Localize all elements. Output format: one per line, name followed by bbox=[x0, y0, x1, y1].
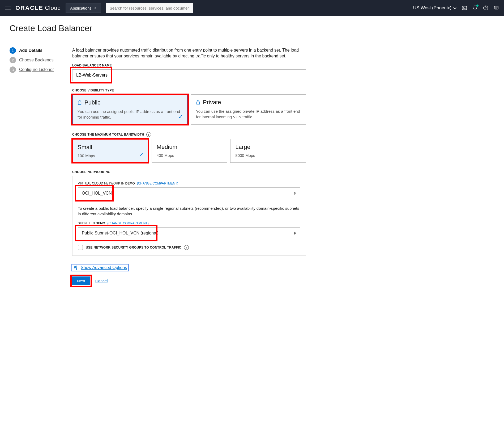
networking-panel: VIRTUAL CLOUD NETWORK IN DEMO (CHANGE CO… bbox=[72, 176, 306, 256]
visibility-public-desc: You can use the assigned public IP addre… bbox=[78, 109, 182, 120]
page-title: Create Load Balancer bbox=[0, 16, 504, 41]
svg-rect-4 bbox=[494, 6, 498, 9]
bandwidth-label: CHOOSE THE MAXIMUM TOTAL BANDWIDTH i bbox=[72, 132, 306, 137]
visibility-public-title: Public bbox=[84, 99, 100, 106]
sliders-icon bbox=[73, 265, 78, 270]
svg-rect-7 bbox=[78, 102, 81, 104]
wizard-steps: 1 Add Details 2 Choose Backends 3 Config… bbox=[10, 47, 63, 285]
step-label: Add Details bbox=[19, 48, 42, 53]
show-advanced-options-link[interactable]: Show Advanced Options bbox=[81, 265, 127, 270]
nsg-checkbox[interactable] bbox=[78, 245, 83, 250]
advanced-options-row: Show Advanced Options bbox=[72, 265, 306, 271]
step-number: 1 bbox=[10, 47, 16, 54]
networking-section: CHOOSE NETWORKING VIRTUAL CLOUD NETWORK … bbox=[72, 170, 306, 256]
lock-icon bbox=[196, 100, 200, 105]
lb-name-input[interactable] bbox=[72, 69, 306, 81]
notification-dot bbox=[476, 5, 479, 7]
load-balancer-name-section: LOAD BALANCER NAME bbox=[72, 64, 306, 81]
bw-small-title: Small bbox=[78, 144, 143, 151]
next-button[interactable]: Next bbox=[72, 276, 90, 285]
vcn-label: VIRTUAL CLOUD NETWORK IN DEMO (CHANGE CO… bbox=[78, 182, 300, 185]
svg-point-12 bbox=[74, 267, 75, 268]
bw-small-sub: 100 Mbps bbox=[78, 153, 143, 158]
chevron-down-icon bbox=[453, 7, 457, 9]
logo-oracle: ORACLE bbox=[15, 5, 43, 11]
vcn-value: OCI_HOL_VCN bbox=[82, 191, 112, 196]
step-choose-backends[interactable]: 2 Choose Backends bbox=[10, 57, 63, 63]
select-arrows-icon: ▲▼ bbox=[293, 191, 296, 195]
oracle-cloud-logo: ORACLE Cloud bbox=[15, 5, 61, 11]
help-icon[interactable] bbox=[483, 5, 489, 11]
subnet-select[interactable]: Public Subnet-OCI_HOL_VCN (regional) ▲▼ bbox=[78, 227, 300, 239]
subnet-description: To create a public load balancer, specif… bbox=[78, 205, 300, 217]
visibility-private-desc: You can use the assigned private IP addr… bbox=[196, 108, 301, 120]
subnet-value: Public Subnet-OCI_HOL_VCN (regional) bbox=[82, 231, 159, 236]
form-area: A load balancer provides automated traff… bbox=[72, 47, 306, 285]
bandwidth-large-card[interactable]: Large 8000 Mbps bbox=[230, 139, 306, 163]
visibility-private-card[interactable]: Private You can use the assigned private… bbox=[191, 94, 306, 125]
select-arrows-icon: ▲▼ bbox=[293, 231, 296, 235]
check-icon: ✓ bbox=[139, 152, 144, 158]
unlock-icon bbox=[78, 100, 82, 105]
svg-point-3 bbox=[485, 9, 486, 9]
visibility-private-title: Private bbox=[203, 99, 221, 106]
visibility-label: CHOOSE VISIBILITY TYPE bbox=[72, 89, 306, 92]
bw-medium-sub: 400 Mbps bbox=[157, 153, 222, 158]
applications-label: Applications bbox=[70, 6, 92, 10]
region-selector[interactable]: US West (Phoenix) bbox=[413, 5, 457, 11]
top-header: ORACLE Cloud Applications US West (Phoen… bbox=[0, 0, 504, 16]
visibility-section: CHOOSE VISIBILITY TYPE Public You can us… bbox=[72, 89, 306, 125]
bandwidth-section: CHOOSE THE MAXIMUM TOTAL BANDWIDTH i Sma… bbox=[72, 132, 306, 163]
step-number: 2 bbox=[10, 57, 16, 63]
intro-text: A load balancer provides automated traff… bbox=[72, 47, 306, 59]
svg-rect-8 bbox=[197, 102, 200, 104]
hamburger-menu[interactable] bbox=[5, 6, 11, 10]
cancel-link[interactable]: Cancel bbox=[95, 279, 108, 283]
global-search[interactable] bbox=[106, 3, 193, 13]
bw-large-title: Large bbox=[235, 144, 301, 150]
svg-point-10 bbox=[76, 266, 77, 267]
bandwidth-small-card[interactable]: Small 100 Mbps ✓ bbox=[72, 139, 148, 163]
svg-rect-0 bbox=[462, 6, 467, 10]
vcn-select[interactable]: OCI_HOL_VCN ▲▼ bbox=[78, 187, 300, 199]
nsg-row: USE NETWORK SECURITY GROUPS TO CONTROL T… bbox=[78, 245, 300, 250]
bw-large-sub: 8000 Mbps bbox=[235, 153, 301, 158]
main-content: 1 Add Details 2 Choose Backends 3 Config… bbox=[0, 41, 504, 292]
info-icon[interactable]: i bbox=[184, 245, 189, 250]
chat-icon[interactable] bbox=[493, 5, 499, 11]
step-configure-listener[interactable]: 3 Configure Listener bbox=[10, 66, 63, 73]
svg-point-14 bbox=[76, 268, 77, 270]
step-add-details: 1 Add Details bbox=[10, 47, 63, 54]
step-label[interactable]: Choose Backends bbox=[19, 58, 54, 62]
nsg-label: USE NETWORK SECURITY GROUPS TO CONTROL T… bbox=[86, 246, 181, 249]
form-footer: Next Cancel bbox=[72, 276, 306, 285]
change-compartment-subnet[interactable]: (CHANGE COMPARTMENT) bbox=[107, 221, 149, 225]
visibility-public-card[interactable]: Public You can use the assigned public I… bbox=[72, 94, 188, 125]
header-icons bbox=[462, 5, 499, 11]
region-label: US West (Phoenix) bbox=[413, 5, 451, 11]
search-input[interactable] bbox=[106, 3, 193, 13]
change-compartment-vcn[interactable]: (CHANGE COMPARTMENT) bbox=[137, 182, 178, 185]
subnet-label: SUBNET IN DEMO (CHANGE COMPARTMENT) bbox=[78, 221, 300, 225]
step-number: 3 bbox=[10, 66, 16, 73]
cloud-shell-icon[interactable] bbox=[462, 5, 467, 11]
check-icon: ✓ bbox=[178, 114, 183, 120]
bandwidth-medium-card[interactable]: Medium 400 Mbps bbox=[152, 139, 227, 163]
lb-name-label: LOAD BALANCER NAME bbox=[72, 64, 306, 67]
logo-cloud: Cloud bbox=[45, 5, 61, 11]
applications-menu[interactable]: Applications bbox=[66, 3, 101, 13]
notifications-icon[interactable] bbox=[472, 5, 478, 11]
bw-medium-title: Medium bbox=[157, 144, 222, 150]
chevron-right-icon bbox=[94, 7, 96, 9]
networking-label: CHOOSE NETWORKING bbox=[72, 170, 306, 174]
step-label[interactable]: Configure Listener bbox=[19, 67, 54, 72]
info-icon[interactable]: i bbox=[146, 132, 151, 137]
